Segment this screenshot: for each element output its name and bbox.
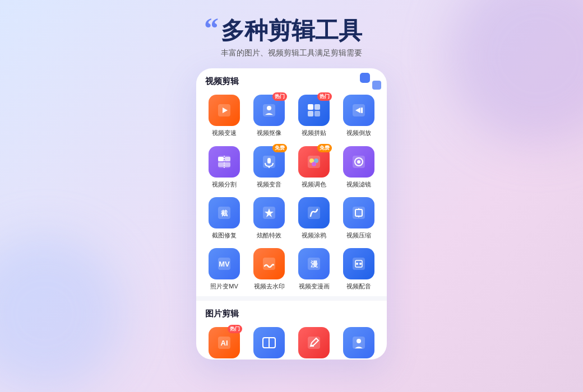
svg-text:AI: AI [221,339,228,347]
section-divider [196,296,387,301]
tool-photo-mv[interactable]: MV 照片变MV [202,245,247,296]
title-text: 多种剪辑工具 [221,17,362,44]
tool-cool-effects[interactable]: 炫酷特效 [247,194,292,245]
icon-wrapper-video-portrait: 热门 [253,95,285,126]
icon-wrapper-cool-effects [253,197,285,228]
tool-video-dub[interactable]: 视频配音 [336,245,381,296]
icon-wrapper-video-voice: 免费 [253,146,285,178]
label-video-portrait: 视频抠像 [257,129,281,137]
svg-rect-15 [225,157,230,161]
tool-video-cartoon[interactable]: 漫 视频变漫画 [292,245,336,296]
svg-rect-41 [263,258,275,270]
icon-wrapper-video-dub [343,248,374,279]
svg-point-5 [267,106,271,110]
bg-blob-2 [0,235,123,392]
tool-video-split[interactable]: 视频分割 [202,143,247,194]
icon-image-collage [253,327,285,358]
tool-image-collage[interactable]: 图片拼贴 [247,324,292,360]
icon-image-edit [298,327,330,358]
icon-wrapper-video-collage: 热门 [298,95,330,126]
icon-video-filter [343,146,374,178]
corner-decoration [360,73,382,93]
svg-rect-9 [314,111,320,116]
card-inner: 视频剪辑 视频变速 热门 [196,68,387,360]
header-section: “ 多种剪辑工具 丰富的图片、视频剪辑工具满足剪辑需要 [221,17,362,58]
icon-wrapper-video-filter [343,146,374,178]
svg-rect-14 [218,157,224,161]
tool-video-graffiti[interactable]: 视频涂鸦 [292,194,336,245]
label-video-dub: 视频配音 [346,282,371,290]
label-video-color: 视频调色 [302,180,326,188]
tool-video-voice[interactable]: 免费 视频变音 [247,143,292,194]
badge-hot-portrait: 热门 [272,92,287,101]
icon-photo-mv: MV [209,248,240,279]
tool-portrait-cutout[interactable]: 人像抠图 [336,324,381,360]
icon-wrapper-portrait-cutout [343,327,374,358]
icon-wrapper-video-compress [343,197,374,228]
image-tools-grid: 热门 AI AI扩图 [196,324,387,360]
label-cool-effects: 炫酷特效 [257,231,281,239]
tool-video-portrait[interactable]: 热门 视频抠像 [247,91,292,142]
bg-blob-1 [448,0,583,146]
svg-rect-12 [361,108,363,113]
icon-video-dub [343,248,374,279]
tool-video-color[interactable]: 免费 视频调色 [292,143,336,194]
section-label-video: 视频剪辑 [196,68,387,91]
tool-video-collage[interactable]: 热门 视频拼贴 [292,91,336,142]
icon-wrapper-photo-mv: MV [209,248,240,279]
tool-video-watermark[interactable]: 视频去水印 [247,245,292,296]
badge-hot-collage: 热门 [317,92,332,101]
label-video-reverse: 视频倒放 [346,129,371,137]
label-video-split: 视频分割 [212,180,237,188]
quote-mark: “ [204,11,219,46]
icon-wrapper-video-reverse [343,95,374,126]
icon-video-watermark [253,248,285,279]
icon-wrapper-image-collage [253,327,285,358]
svg-point-46 [359,263,362,265]
icon-wrapper-video-watermark [253,248,285,279]
video-tools-grid: 视频变速 热门 视频抠像 [196,91,387,296]
icon-portrait-cutout [343,327,374,358]
icon-cool-effects [253,197,285,228]
icon-wrapper-crop-repair: 截 [209,197,240,228]
svg-rect-8 [308,111,313,116]
label-video-graffiti: 视频涂鸦 [302,231,326,239]
label-photo-mv: 照片变MV [210,282,238,290]
icon-crop-repair: 截 [209,197,240,228]
icon-wrapper-video-graffiti [298,197,330,228]
svg-point-54 [357,339,361,343]
tool-video-compress[interactable]: 视频压缩 [336,194,381,245]
svg-point-45 [356,263,358,265]
icon-video-reverse [343,95,374,126]
label-video-watermark: 视频去水印 [254,282,285,290]
app-card[interactable]: 视频剪辑 视频变速 热门 [196,68,387,360]
label-video-speed: 视频变速 [212,129,237,137]
svg-text:MV: MV [219,260,230,268]
icon-wrapper-video-cartoon: 漫 [298,248,330,279]
label-video-filter: 视频滤镜 [346,180,371,188]
icon-wrapper-video-color: 免费 [298,146,330,178]
icon-video-split [209,146,240,178]
tool-video-filter[interactable]: 视频滤镜 [336,143,381,194]
badge-free-color: 免费 [317,144,332,152]
svg-text:漫: 漫 [311,260,318,268]
svg-rect-6 [308,104,313,110]
badge-hot-ai: 热门 [228,325,242,333]
svg-rect-19 [267,158,271,164]
svg-rect-51 [308,337,320,349]
page-container: “ 多种剪辑工具 丰富的图片、视频剪辑工具满足剪辑需要 视频剪辑 [0,0,583,392]
svg-rect-7 [314,104,320,110]
tool-crop-repair[interactable]: 截 截图修复 [202,194,247,245]
label-video-compress: 视频压缩 [346,231,371,239]
tool-ai-expand[interactable]: 热门 AI AI扩图 [202,324,247,360]
icon-wrapper-ai-expand: 热门 AI [209,327,240,358]
label-crop-repair: 截图修复 [212,231,237,239]
svg-rect-32 [308,207,320,219]
icon-video-cartoon: 漫 [298,248,330,279]
svg-rect-1 [372,81,381,90]
tool-image-edit[interactable]: 图片编辑 [292,324,336,360]
tool-video-speed[interactable]: 视频变速 [202,91,247,142]
svg-text:截: 截 [221,209,228,217]
tool-video-reverse[interactable]: 视频倒放 [336,91,381,142]
icon-video-speed [209,95,240,126]
